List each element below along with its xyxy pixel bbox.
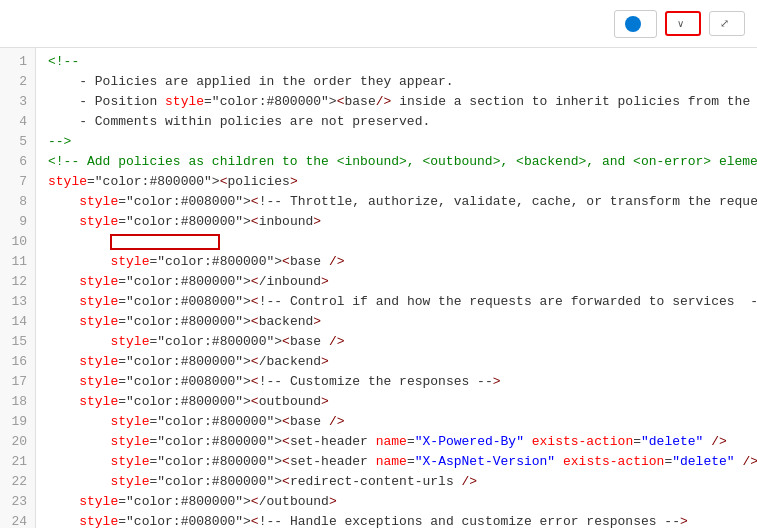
line-number-20: 20 — [0, 432, 35, 452]
line-number-14: 14 — [0, 312, 35, 332]
line-numbers: 1234567891011121314151617181920212223242… — [0, 48, 36, 528]
line-number-21: 21 — [0, 452, 35, 472]
code-line-22: style="color:#800000"><redirect-content-… — [36, 472, 757, 492]
code-line-16: style="color:#800000"></backend> — [36, 352, 757, 372]
line-number-12: 12 — [0, 272, 35, 292]
code-line-19: style="color:#800000"><base /> — [36, 412, 757, 432]
code-line-4: - Comments within policies are not prese… — [36, 112, 757, 132]
line-number-5: 5 — [0, 132, 35, 152]
code-line-18: style="color:#800000"><outbound> — [36, 392, 757, 412]
line-number-2: 2 — [0, 72, 35, 92]
code-line-8: style="color:#008000"><!-- Throttle, aut… — [36, 192, 757, 212]
expand-icon: ⤢ — [720, 17, 729, 30]
line-number-15: 15 — [0, 332, 35, 352]
expand-button[interactable]: ⤢ — [709, 11, 745, 36]
code-line-12: style="color:#800000"></inbound> — [36, 272, 757, 292]
code-line-7: style="color:#800000"><policies> — [36, 172, 757, 192]
line-number-3: 3 — [0, 92, 35, 112]
copilot-button[interactable] — [614, 10, 657, 38]
code-editor: 1234567891011121314151617181920212223242… — [0, 48, 757, 528]
code-line-3: - Position style="color:#800000"><base/>… — [36, 92, 757, 112]
line-number-10: 10 — [0, 232, 35, 252]
line-number-13: 13 — [0, 292, 35, 312]
line-number-8: 8 — [0, 192, 35, 212]
line-number-23: 23 — [0, 492, 35, 512]
header-actions: ∨ ⤢ — [614, 10, 745, 38]
code-line-15: style="color:#800000"><base /> — [36, 332, 757, 352]
code-line-23: style="color:#800000"></outbound> — [36, 492, 757, 512]
code-line-6: <!-- Add policies as children to the <in… — [36, 152, 757, 172]
line-number-6: 6 — [0, 152, 35, 172]
line-number-19: 19 — [0, 412, 35, 432]
line-number-11: 11 — [0, 252, 35, 272]
line-number-7: 7 — [0, 172, 35, 192]
line-number-24: 24 — [0, 512, 35, 528]
code-line-20: style="color:#800000"><set-header name="… — [36, 432, 757, 452]
code-line-17: style="color:#008000"><!-- Customize the… — [36, 372, 757, 392]
header: ∨ ⤢ — [0, 0, 757, 48]
code-line-14: style="color:#800000"><backend> — [36, 312, 757, 332]
code-line-10 — [36, 232, 757, 252]
code-line-13: style="color:#008000"><!-- Control if an… — [36, 292, 757, 312]
code-line-2: - Policies are applied in the order they… — [36, 72, 757, 92]
line-number-4: 4 — [0, 112, 35, 132]
line-number-22: 22 — [0, 472, 35, 492]
code-area[interactable]: <!-- - Policies are applied in the order… — [36, 48, 757, 528]
code-line-11: style="color:#800000"><base /> — [36, 252, 757, 272]
code-line-24: style="color:#008000"><!-- Handle except… — [36, 512, 757, 528]
code-line-5: --> — [36, 132, 757, 152]
copilot-icon — [625, 16, 641, 32]
line-number-9: 9 — [0, 212, 35, 232]
chevron-down-icon: ∨ — [677, 18, 684, 29]
code-line-21: style="color:#800000"><set-header name="… — [36, 452, 757, 472]
code-line-1: <!-- — [36, 52, 757, 72]
line-number-1: 1 — [0, 52, 35, 72]
code-line-9: style="color:#800000"><inbound> — [36, 212, 757, 232]
line-number-17: 17 — [0, 372, 35, 392]
line-number-16: 16 — [0, 352, 35, 372]
line-number-18: 18 — [0, 392, 35, 412]
show-snippets-button[interactable]: ∨ — [665, 11, 701, 36]
